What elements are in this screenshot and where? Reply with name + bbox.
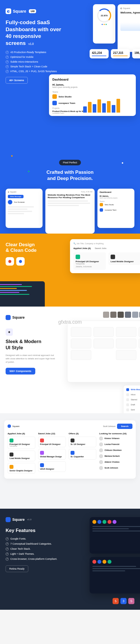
code-editor-mock bbox=[0, 281, 45, 307]
sass-icon: S bbox=[128, 598, 134, 604]
msg-center: Today, 8:30 AM Website Hosting Reviews F… bbox=[45, 189, 95, 234]
hero-section: ◐ Square Ui8 Fully-coded SaaS Dashboards… bbox=[0, 0, 140, 151]
bar-chart bbox=[83, 97, 132, 113]
check-icon: ✓ bbox=[6, 56, 9, 59]
stat-cards: 421,234 217,315 198,516 bbox=[90, 49, 140, 58]
dark-theme-mocks bbox=[90, 517, 140, 597]
dashboard-mock: Dashboard Hi James, here's your currentl… bbox=[49, 74, 136, 116]
email-sidebar-mock: Write Mess... Inbox Starred Draft Sent S… bbox=[123, 385, 140, 413]
retina-button[interactable]: Retina Ready bbox=[6, 565, 28, 572]
msg-right: Dashboard Hi James, here's your currentl… bbox=[97, 189, 134, 228]
check-icon: ✓ bbox=[6, 70, 9, 73]
gallery-strip bbox=[103, 312, 140, 318]
section4-title: Sleek & ModernUI Style bbox=[6, 339, 56, 351]
board-section: Square Scott Johnson Search Applied Jobs… bbox=[0, 413, 140, 509]
gauge-chart bbox=[97, 8, 111, 22]
css3-icon: 3 bbox=[120, 598, 127, 604]
ui8-badge: Ui8 bbox=[29, 9, 36, 13]
check-icon: ✓ bbox=[6, 542, 9, 545]
check-icon: ✓ bbox=[6, 537, 9, 540]
logo-icon bbox=[6, 517, 11, 522]
logo-icon bbox=[6, 315, 11, 320]
write-msg-btn[interactable]: Write Message bbox=[8, 195, 24, 198]
sleek-modern-section: Square ✦ Sleek & ModernUI Style Designed… bbox=[0, 307, 140, 413]
screens-button[interactable]: 40+ Screens bbox=[6, 77, 28, 84]
check-icon: ✓ bbox=[6, 558, 9, 561]
check-icon: ✓ bbox=[6, 547, 9, 551]
job-board-mock: Square Scott Johnson Search Applied Jobs… bbox=[4, 420, 136, 479]
pixel-perfect-badge: Pixel Perfect bbox=[59, 160, 81, 165]
check-icon: ✓ bbox=[6, 51, 9, 54]
hero-title: Fully-coded SaaS Dashboards with over 40… bbox=[6, 19, 62, 47]
kanban-mock bbox=[67, 321, 140, 382]
jobs-mock: 🔍 Job Title, Company or Anything Applied… bbox=[70, 239, 140, 273]
check-icon: ✓ bbox=[6, 65, 9, 68]
html5-icon: ⬢ bbox=[6, 257, 14, 266]
clean-code-section: Clear Design& Clean Code ⬢ ⬢ 🔍 Job Title… bbox=[0, 234, 140, 307]
key-features-section: Square v1.0 Ui8 Key Features ✓Google Fon… bbox=[0, 509, 140, 610]
welcome-card: ◐ Square Welcome, Agnes bbox=[118, 4, 140, 52]
css3-icon: ⬢ bbox=[16, 257, 25, 266]
html5-icon: 5 bbox=[113, 598, 119, 604]
mock-cards: ◐ Square Welcome, Agnes bbox=[93, 4, 140, 52]
section2-title: Crafted with Passionand Deep Precision. bbox=[6, 169, 134, 182]
brand-name: Square bbox=[13, 9, 26, 13]
gauge-card bbox=[93, 4, 115, 44]
check-icon: ✓ bbox=[6, 552, 9, 556]
logo-icon: ◐ bbox=[6, 8, 11, 14]
section4-desc: Designed with a clean and minimal approa… bbox=[6, 354, 56, 364]
search-button[interactable]: Search bbox=[117, 424, 132, 429]
feature-icon: ✦ bbox=[6, 328, 13, 336]
components-button[interactable]: 500+ Components bbox=[6, 368, 35, 374]
check-icon: ✓ bbox=[6, 60, 9, 63]
msg-left: ◐ Square Write Message Gus Gunawan bbox=[6, 189, 43, 228]
tech-icons-bottom: 5 3 S bbox=[113, 598, 134, 604]
messaging-mocks: ◐ Square Write Message Gus Gunawan Today… bbox=[6, 189, 134, 234]
pixel-perfect-section: Pixel Perfect Crafted with Passionand De… bbox=[0, 151, 140, 234]
